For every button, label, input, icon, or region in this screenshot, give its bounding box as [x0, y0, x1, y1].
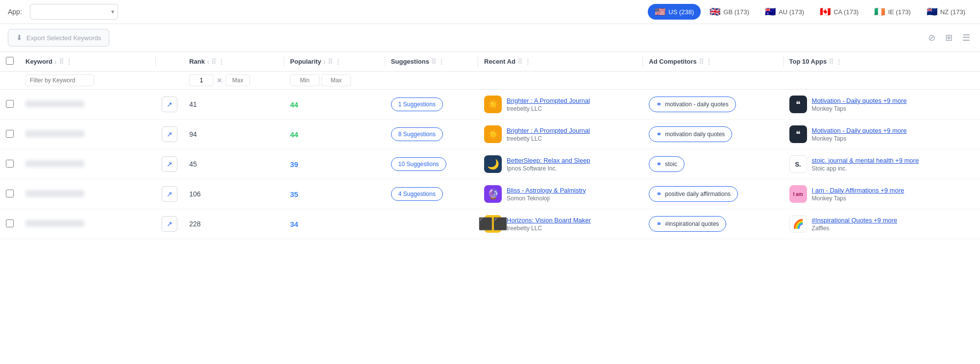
top10-cell: ❝ Motivation - Daily quotes +9 more Monk…	[784, 120, 980, 149]
competitor-button[interactable]: ⚭ stoic	[649, 156, 685, 172]
popularity-menu-icon[interactable]: ⋮	[335, 58, 342, 66]
rank-max-input[interactable]	[225, 74, 250, 86]
ad-app-icon: ⬛⬛	[484, 215, 502, 233]
recent-ad-cell: ⬛⬛ Horizons: Vision Board Maker treebett…	[478, 209, 643, 239]
row-checkbox-cell	[0, 209, 20, 239]
pop-min-input[interactable]	[290, 74, 319, 86]
trend-button[interactable]: ↗	[162, 97, 177, 112]
filter-keyword-cell	[20, 72, 156, 90]
suggestions-button[interactable]: 4 Suggestions	[391, 187, 443, 201]
top10-drag-icon[interactable]: ⠿	[829, 58, 833, 66]
competitor-button[interactable]: ⚭ motivation daily quotes	[649, 126, 732, 142]
competitor-button[interactable]: ⚭ motivation - daily quotes	[649, 97, 735, 112]
ad-title[interactable]: BetterSleep: Relax and Sleep	[507, 157, 590, 164]
rank-menu-icon[interactable]: ⋮	[218, 58, 225, 66]
col-drag-icon[interactable]: ⠿	[59, 58, 64, 66]
row-checkbox[interactable]	[6, 190, 14, 197]
row-checkbox[interactable]	[6, 219, 14, 227]
select-all-checkbox[interactable]	[6, 57, 14, 65]
th-select-all	[0, 52, 20, 72]
top10-cell: I am I am - Daily Affirmations +9 more M…	[784, 179, 980, 209]
row-checkbox[interactable]	[6, 130, 14, 138]
app-select[interactable]	[30, 4, 118, 20]
th-ad-competitors-label: Ad Competitors	[649, 58, 697, 65]
ad-company: Somon Teknoloji	[507, 195, 586, 202]
export-keywords-button[interactable]: ⬇ Export Selected Keywords	[8, 29, 109, 47]
country-tab-ca[interactable]: 🇨🇦CA (173)	[813, 4, 865, 20]
rank-sort-icon[interactable]: ↕	[207, 59, 210, 65]
ad-title[interactable]: Brighter : A Prompted Journal	[507, 127, 590, 134]
trend-cell: ↗	[156, 179, 183, 209]
top10-app-badge: 🌈	[789, 215, 807, 233]
popularity-cell: 39	[284, 149, 385, 179]
country-tab-gb[interactable]: 🇬🇧GB (173)	[703, 4, 756, 20]
rank-clear-button[interactable]: ✕	[216, 75, 223, 85]
ad-company: treebetty LLC	[507, 225, 591, 232]
trend-button[interactable]: ↗	[162, 126, 177, 142]
top10-title[interactable]: Motivation - Daily quotes +9 more	[812, 97, 907, 104]
ad-title[interactable]: Horizons: Vision Board Maker	[507, 217, 591, 224]
competitor-button[interactable]: ⚭ #inspirational quotes	[649, 216, 726, 232]
trend-button[interactable]: ↗	[162, 156, 177, 172]
sort-icon[interactable]: ↕	[54, 59, 57, 65]
col-menu-icon[interactable]: ⋮	[66, 58, 73, 66]
ad-company: treebetty LLC	[507, 135, 590, 142]
filter-competitors-cell	[643, 72, 783, 90]
trend-cell: ↗	[156, 209, 183, 239]
people-icon: ⚭	[656, 160, 662, 168]
rank-min-input[interactable]	[189, 74, 214, 86]
rank-drag-icon[interactable]: ⠿	[211, 58, 216, 66]
suggestions-drag-icon[interactable]: ⠿	[431, 58, 436, 66]
ad-title[interactable]: Bliss - Astrology & Palmistry	[507, 187, 586, 194]
ad-competitors-menu-icon[interactable]: ⋮	[706, 58, 712, 66]
th-recent-ad-label: Recent Ad	[484, 58, 515, 65]
columns-icon[interactable]: ⊞	[943, 30, 955, 45]
th-keyword: Keyword ↕ ⠿ ⋮	[20, 52, 156, 72]
recent-ad-cell: ☀️ Brighter : A Prompted Journal treebet…	[478, 120, 643, 149]
keyword-cell	[20, 179, 156, 209]
top10-title[interactable]: #Inspirational Quotes +9 more	[812, 217, 898, 224]
pop-max-input[interactable]	[321, 74, 351, 86]
popularity-drag-icon[interactable]: ⠿	[328, 58, 333, 66]
top10-title[interactable]: stoic. journal & mental health +9 more	[812, 157, 919, 164]
th-rank-label: Rank	[189, 58, 205, 65]
country-tab-us[interactable]: 🇺🇸US (238)	[648, 4, 701, 20]
competitor-button[interactable]: ⚭ positive daily affirmations	[649, 186, 738, 202]
country-tab-ie[interactable]: 🇮🇪IE (173)	[867, 4, 917, 20]
filter-rank-cell: ✕	[183, 72, 284, 90]
recent-ad-menu-icon[interactable]: ⋮	[524, 58, 531, 66]
suggestions-menu-icon[interactable]: ⋮	[438, 58, 445, 66]
suggestions-button[interactable]: 8 Suggestions	[391, 127, 443, 141]
filter-clear-icon[interactable]: ⊘	[926, 30, 937, 45]
row-checkbox-cell	[0, 120, 20, 149]
people-icon: ⚭	[656, 190, 662, 198]
ad-competitors-cell: ⚭ positive daily affirmations	[643, 179, 783, 209]
th-top10-apps: Top 10 Apps ⠿ ⋮	[784, 52, 980, 72]
recent-ad-drag-icon[interactable]: ⠿	[517, 58, 522, 66]
ad-app-icon: ☀️	[484, 96, 502, 113]
row-checkbox[interactable]	[6, 100, 14, 108]
suggestions-button[interactable]: 1 Suggestions	[391, 97, 443, 111]
table-row: ↗ 106 35 4 Suggestions 🔮 Bliss - Astrolo…	[0, 179, 980, 209]
toolbar-right: ⊘ ⊞ ☰	[926, 30, 972, 45]
row-checkbox[interactable]	[6, 160, 14, 168]
keyword-filter-input[interactable]	[25, 74, 94, 86]
top10-title[interactable]: Motivation - Daily quotes +9 more	[812, 127, 907, 134]
country-tab-au[interactable]: 🇦🇺AU (173)	[758, 4, 811, 20]
ad-competitors-cell: ⚭ motivation daily quotes	[643, 120, 783, 149]
popularity-sort-icon[interactable]: ↕	[323, 59, 326, 65]
country-tab-nz[interactable]: 🇳🇿NZ (173)	[920, 4, 972, 20]
ad-competitors-drag-icon[interactable]: ⠿	[699, 58, 704, 66]
top10-title[interactable]: I am - Daily Affirmations +9 more	[812, 187, 905, 194]
ad-title[interactable]: Brighter : A Prompted Journal	[507, 97, 590, 104]
rank-cell: 228	[183, 209, 284, 239]
trend-button[interactable]: ↗	[162, 186, 177, 202]
table-row: ↗ 94 44 8 Suggestions ☀️ Brighter : A Pr…	[0, 120, 980, 149]
trend-button[interactable]: ↗	[162, 216, 177, 232]
top10-developer: Monkey Taps	[812, 135, 907, 142]
top10-menu-icon[interactable]: ⋮	[835, 58, 842, 66]
menu-icon[interactable]: ☰	[960, 30, 972, 45]
rank-cell: 94	[183, 120, 284, 149]
table-row: ↗ 45 39 10 Suggestions 🌙 BetterSleep: Re…	[0, 149, 980, 179]
suggestions-button[interactable]: 10 Suggestions	[391, 157, 446, 171]
